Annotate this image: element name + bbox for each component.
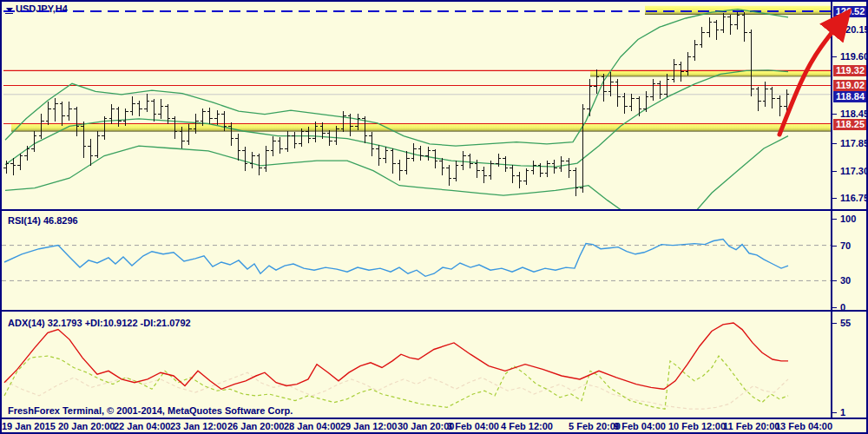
price-scale-label: 117.85 [840, 138, 868, 148]
time-axis-label: 10 Feb 12:00 [668, 421, 726, 431]
time-axis-label: 30 Jan 20:00 [398, 421, 454, 431]
indicator-scale-tick [832, 412, 837, 413]
indicator-scale-tick [832, 323, 837, 324]
pane-separator-adx-timeaxis [0, 418, 868, 419]
indicator-scale-label: 55 [840, 318, 851, 328]
price-scale-separator [831, 2, 832, 418]
time-axis-label: 29 Jan 12:00 [340, 421, 397, 431]
terminal-chart-window: USDJPY,H4 RSI(14) 46.8296 ADX(14) 32.179… [0, 0, 868, 434]
indicator-scale-label: 1 [840, 407, 845, 418]
price-level-badge: 120.52 [833, 6, 867, 17]
price-tick [832, 143, 837, 144]
main-chart-area[interactable] [2, 2, 831, 209]
time-axis-label: 11 Feb 20:00 [723, 421, 779, 431]
time-axis-label: 20 Jan 20:00 [58, 421, 115, 431]
rsi-pane-area[interactable] [2, 211, 831, 310]
price-level-badge: 119.02 [833, 80, 867, 91]
time-axis-label: 22 Jan 04:00 [114, 421, 170, 431]
indicator-scale-tick [832, 219, 837, 220]
time-axis-label: 19 Jan 2015 [2, 421, 56, 431]
price-scale-label: 117.30 [840, 166, 868, 176]
indicator-scale-label: 0 [840, 302, 845, 312]
price-level-badge: 118.25 [833, 119, 867, 130]
price-scale-label: 118.45 [840, 108, 868, 119]
price-level-badge: 118.84 [833, 91, 867, 102]
price-tick [832, 56, 837, 57]
indicator-scale-tick [832, 280, 837, 281]
price-scale-label: 119.60 [840, 51, 868, 62]
time-axis-label: 4 Feb 12:00 [501, 421, 553, 431]
time-axis-label: 28 Jan 04:00 [284, 421, 340, 431]
adx-pane-area[interactable] [2, 312, 831, 418]
time-axis-label: 23 Jan 12:00 [170, 421, 227, 431]
price-tick [832, 114, 837, 115]
price-tick [832, 30, 837, 30]
time-axis-label: 13 Feb 04:00 [775, 421, 832, 431]
indicator-scale-label: 30 [840, 275, 851, 286]
indicator-scale-label: 100 [840, 214, 856, 224]
price-tick [832, 171, 837, 172]
price-scale-label: 120.15 [840, 24, 868, 35]
price-tick [832, 198, 837, 199]
time-axis-label: 26 Jan 20:00 [227, 421, 284, 431]
indicator-scale-tick [832, 246, 837, 247]
price-level-badge: 119.32 [833, 65, 867, 76]
indicator-scale-label: 70 [840, 240, 851, 251]
indicator-scale-tick [832, 307, 837, 308]
time-axis-label: 3 Feb 04:00 [447, 421, 499, 431]
time-axis-label: 9 Feb 04:00 [614, 421, 666, 431]
price-scale-label: 116.75 [840, 193, 868, 203]
time-axis-label: 5 Feb 20:00 [569, 421, 621, 431]
